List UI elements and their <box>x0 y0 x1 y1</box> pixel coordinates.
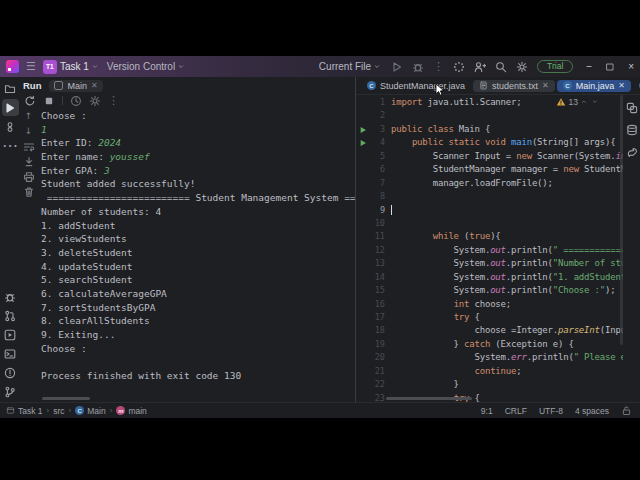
clear-icon[interactable] <box>22 185 35 198</box>
prev-warning-icon[interactable] <box>581 98 589 106</box>
line-number: 17 <box>369 311 385 324</box>
gradle-icon[interactable] <box>626 146 638 158</box>
breadcrumb-src[interactable]: src <box>53 406 64 416</box>
settings-gear-icon[interactable] <box>516 61 528 73</box>
code-with-me-icon[interactable] <box>474 61 486 73</box>
minimize-button[interactable]: − <box>586 61 592 72</box>
chevron-down-icon <box>374 63 382 71</box>
kebab-icon[interactable]: ⋮ <box>108 95 119 106</box>
rerun-icon[interactable] <box>24 95 36 107</box>
up-icon[interactable]: ↑ <box>22 110 35 123</box>
breadcrumb-main[interactable]: mmain <box>116 406 146 416</box>
indent-size[interactable]: 4 spaces <box>575 406 609 416</box>
main-menu-icon[interactable]: ☰ <box>26 61 36 72</box>
console-line: 7. sortStudentsByGPA <box>41 301 355 315</box>
history-icon[interactable] <box>70 95 82 107</box>
more-actions-icon[interactable]: ⋮ <box>433 61 444 72</box>
soft-wrap-icon[interactable] <box>22 140 35 153</box>
next-warning-icon[interactable] <box>592 98 600 106</box>
project-name: Task 1 <box>60 61 89 72</box>
vcs-menu[interactable]: Version Control <box>107 61 186 72</box>
right-toolbar <box>623 95 640 402</box>
code-line: 22 } <box>356 378 623 391</box>
console-line: 3. deleteStudent <box>41 246 355 260</box>
run-config-selector[interactable]: Current File <box>319 61 382 72</box>
ai-assistant-icon[interactable] <box>453 61 465 73</box>
stop-icon[interactable] <box>43 95 55 107</box>
breadcrumb-Task 1[interactable]: Task 1 <box>6 406 43 416</box>
navbar-services-icon[interactable] <box>2 326 19 343</box>
line-number: 9 <box>369 204 385 217</box>
project-widget[interactable]: T1 Task 1 <box>43 60 100 74</box>
cursor-position[interactable]: 9:1 <box>481 406 493 416</box>
close-tab-icon[interactable]: ✕ <box>618 81 625 90</box>
code-line: 7 manager.loadFromFile(); <box>356 177 623 190</box>
code-line: 19 } catch (Exception e) { <box>356 338 623 351</box>
line-number: 10 <box>369 217 385 230</box>
code-line: 16 int choose; <box>356 298 623 311</box>
close-button[interactable]: × <box>628 61 634 72</box>
intellij-logo-icon[interactable] <box>6 60 19 73</box>
line-number: 7 <box>369 177 385 190</box>
console-line: Process finished with exit code 130 <box>41 369 355 383</box>
code-line: 9 <box>356 204 623 217</box>
class-icon: C <box>75 406 84 415</box>
console-hscrollbar[interactable] <box>42 397 90 400</box>
editor-tab-Student.java[interactable]: CStudent.java <box>633 80 640 92</box>
chevron-down-icon <box>92 63 100 71</box>
project-window-icon <box>6 406 15 415</box>
code-area[interactable]: 1import java.util.Scanner;23public class… <box>356 95 623 402</box>
navbar-commit-icon[interactable] <box>2 118 19 135</box>
code-line: 17 try { <box>356 311 623 324</box>
navbar-more-icon[interactable]: ⋯ <box>2 137 19 154</box>
editor-vscrollbar[interactable] <box>620 95 623 345</box>
lock-icon[interactable] <box>621 405 632 416</box>
editor-hscrollbar[interactable] <box>386 397 472 400</box>
close-tab-icon[interactable]: ✕ <box>542 81 549 90</box>
navbar-run-icon[interactable] <box>2 99 19 116</box>
breadcrumb-Main[interactable]: CMain <box>75 406 105 416</box>
run-gutter-icon[interactable] <box>356 136 369 149</box>
editor-tab-students.txt[interactable]: students.txt✕ <box>473 80 555 92</box>
code-line: 2 <box>356 109 623 122</box>
editor-tab-Main.java[interactable]: CMain.java✕ <box>557 80 631 92</box>
code-line: 15 System.out.println("Choose :"); <box>356 284 623 297</box>
line-ending[interactable]: CRLF <box>505 406 527 416</box>
method-icon: m <box>116 406 125 415</box>
run-config-icon <box>54 81 63 90</box>
navbar-git-branch-icon[interactable] <box>2 383 19 400</box>
run-gutter-icon[interactable] <box>356 123 369 136</box>
console-output[interactable]: Choose :1Enter ID: 2024Enter name: youss… <box>37 107 355 402</box>
scroll-end-icon[interactable] <box>22 155 35 168</box>
navbar-debug-icon[interactable] <box>2 288 19 305</box>
navbar-problems-icon[interactable] <box>2 364 19 381</box>
navbar-project-icon[interactable] <box>2 80 19 97</box>
search-everywhere-icon[interactable] <box>495 61 507 73</box>
run-button[interactable] <box>391 61 403 73</box>
project-badge: T1 <box>43 60 57 74</box>
line-number: 12 <box>369 244 385 257</box>
database-icon[interactable] <box>626 124 638 136</box>
debug-button[interactable] <box>412 61 424 73</box>
run-tab-main[interactable]: Main ✕ <box>49 80 102 92</box>
navbar-pull-requests-icon[interactable] <box>2 307 19 324</box>
build-icon[interactable] <box>626 102 638 114</box>
inspection-widget[interactable]: 13 <box>554 97 602 107</box>
down-icon[interactable]: ↓ <box>22 125 35 138</box>
code-line: 8 <box>356 190 623 203</box>
settings-icon[interactable] <box>89 95 101 107</box>
mouse-cursor <box>435 83 445 101</box>
print-icon[interactable] <box>22 170 35 183</box>
line-number: 20 <box>369 351 385 364</box>
navbar-terminal-icon[interactable] <box>2 345 19 362</box>
line-number: 22 <box>369 378 385 391</box>
maximize-button[interactable] <box>605 62 615 72</box>
console-line: Choose : <box>41 109 355 123</box>
editor-tab-StudentManager.java[interactable]: CStudentManager.java <box>361 80 471 92</box>
console-line <box>41 355 355 369</box>
encoding[interactable]: UTF-8 <box>539 406 563 416</box>
code-line: 3public class Main { <box>356 123 623 136</box>
console-line: Enter GPA: 3 <box>41 164 355 178</box>
close-icon[interactable]: ✕ <box>91 81 98 90</box>
trial-badge[interactable]: Trial <box>537 60 573 73</box>
